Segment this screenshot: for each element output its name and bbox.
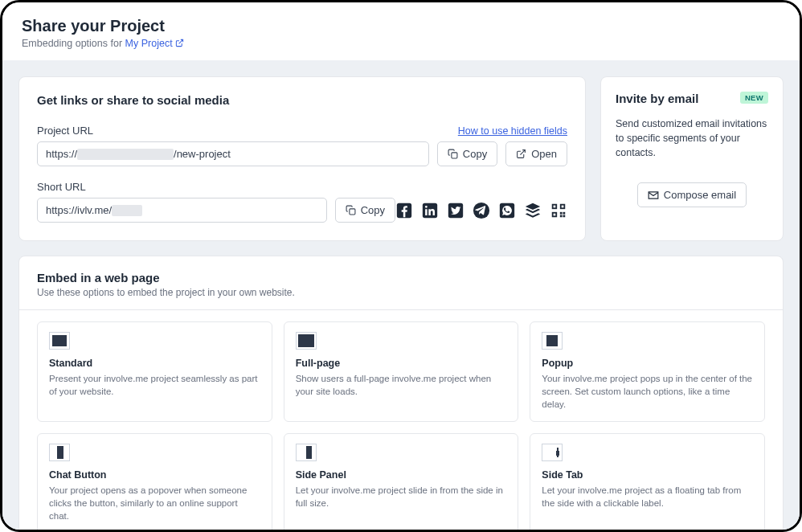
copy-icon	[448, 149, 458, 159]
embed-option-popup[interactable]: Popup Your involve.me project pops up in…	[530, 321, 765, 422]
facebook-icon[interactable]	[395, 202, 413, 219]
external-link-icon	[175, 39, 184, 47]
project-url-label: Project URL	[37, 125, 93, 137]
embed-subtitle: Use these options to embed the project i…	[37, 287, 765, 298]
fullpage-embed-icon	[296, 332, 317, 350]
external-link-icon	[516, 149, 526, 159]
standard-embed-icon	[49, 332, 70, 350]
svg-rect-12	[554, 205, 556, 207]
project-url-input[interactable]: https:///new-project	[37, 141, 429, 166]
invite-email-card: Invite by email NEW Send customized emai…	[600, 76, 784, 241]
new-badge: NEW	[740, 92, 768, 104]
embed-option-chat-button[interactable]: Chat Button Your project opens as a popo…	[37, 433, 272, 530]
chat-button-embed-icon	[49, 444, 70, 461]
popup-embed-icon	[542, 332, 563, 350]
hidden-fields-link[interactable]: How to use hidden fields	[458, 125, 567, 137]
embed-option-standard[interactable]: Standard Present your involve.me project…	[37, 321, 272, 422]
buffer-icon[interactable]	[524, 202, 542, 219]
open-project-url-button[interactable]: Open	[505, 141, 567, 166]
svg-rect-17	[560, 215, 563, 217]
short-url-input[interactable]: https://ivlv.me/	[37, 198, 327, 223]
svg-rect-18	[563, 215, 566, 217]
side-tab-embed-icon	[542, 444, 563, 461]
copy-project-url-button[interactable]: Copy	[437, 141, 497, 166]
embed-card: Embed in a web page Use these options to…	[18, 256, 784, 530]
project-link[interactable]: My Project	[125, 38, 185, 49]
invite-description: Send customized email invitations to spe…	[616, 117, 768, 160]
short-url-label: Short URL	[37, 181, 86, 193]
social-share-row	[395, 202, 567, 219]
share-heading: Get links or share to social media	[37, 93, 567, 107]
svg-rect-3	[350, 209, 355, 215]
embed-option-side-panel[interactable]: Side Panel Let your involve.me project s…	[284, 433, 519, 530]
page-subtitle: Embedding options for My Project	[22, 38, 780, 49]
svg-line-2	[521, 150, 526, 155]
compose-email-button[interactable]: Compose email	[637, 182, 747, 207]
svg-rect-14	[554, 213, 556, 215]
redacted-text	[77, 149, 174, 160]
embed-heading: Embed in a web page	[37, 271, 765, 284]
copy-icon	[346, 205, 356, 215]
telegram-icon[interactable]	[473, 202, 490, 219]
svg-rect-16	[563, 211, 566, 214]
embed-option-fullpage[interactable]: Full-page Show users a full-page involve…	[284, 321, 519, 422]
share-links-card: Get links or share to social media Proje…	[18, 76, 586, 241]
page-header: Share your Project Embedding options for…	[2, 2, 800, 60]
redacted-text	[112, 205, 142, 216]
page-title: Share your Project	[22, 17, 780, 35]
embed-option-side-tab[interactable]: Side Tab Let your involve.me project as …	[530, 433, 765, 530]
whatsapp-icon[interactable]	[498, 202, 516, 219]
svg-line-0	[179, 39, 183, 43]
envelope-icon	[648, 190, 659, 201]
svg-rect-13	[562, 205, 564, 207]
twitter-icon[interactable]	[447, 202, 464, 219]
svg-rect-15	[560, 211, 563, 214]
copy-short-url-button[interactable]: Copy	[335, 198, 395, 223]
side-panel-embed-icon	[296, 444, 317, 461]
linkedin-icon[interactable]	[421, 202, 439, 219]
qr-code-icon[interactable]	[550, 202, 567, 219]
svg-rect-1	[452, 153, 457, 158]
